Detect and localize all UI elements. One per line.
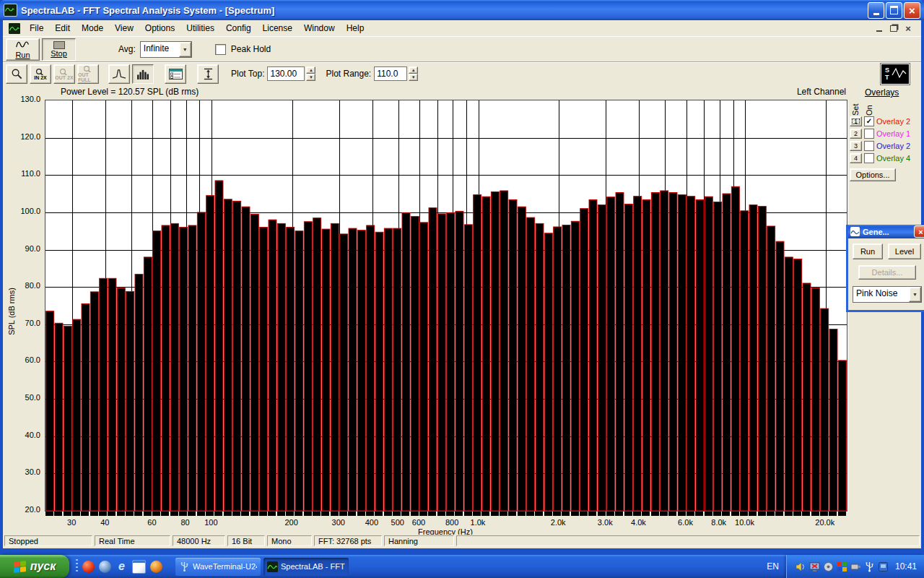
generator-signal-dropdown[interactable]: Pink Noise ▼ bbox=[853, 286, 922, 303]
browser-globe-icon[interactable] bbox=[99, 561, 111, 573]
generator-run-button[interactable]: Run bbox=[853, 243, 883, 259]
internet-explorer-icon[interactable]: e bbox=[116, 561, 128, 573]
line-plot-button[interactable] bbox=[108, 64, 130, 84]
spectrum-bar bbox=[482, 197, 490, 511]
plot-top-spin-up-icon[interactable]: ▲ bbox=[306, 66, 315, 74]
generator-level-button[interactable]: Level bbox=[888, 243, 921, 259]
signal-generator-button[interactable]: ST bbox=[881, 64, 910, 85]
spectrum-bar bbox=[90, 292, 98, 511]
run-button-label: Run bbox=[15, 51, 30, 59]
usb-icon[interactable] bbox=[864, 561, 875, 572]
menu-item-help[interactable]: Help bbox=[341, 21, 370, 35]
scale-range-button[interactable] bbox=[197, 64, 219, 84]
taskbar-clock[interactable]: 10:41 bbox=[895, 561, 917, 571]
plot-top-spinner[interactable]: ▲▼ bbox=[306, 66, 315, 81]
magnifier-icon bbox=[11, 68, 23, 80]
language-indicator[interactable]: EN bbox=[759, 561, 786, 571]
zoom-select-button[interactable] bbox=[6, 64, 27, 84]
spectrum-bar bbox=[215, 181, 223, 511]
overlay-set-button-4[interactable]: 4 bbox=[850, 153, 862, 163]
maximize-button[interactable] bbox=[886, 2, 902, 19]
waveterminal-task-button[interactable]: WaveTerminal-U24 P... bbox=[175, 558, 261, 576]
outlook-icon[interactable] bbox=[132, 560, 146, 574]
status-field-4: 16 Bit bbox=[227, 535, 265, 546]
stop-button[interactable]: Stop bbox=[42, 38, 76, 61]
start-button[interactable]: пуск bbox=[0, 555, 69, 578]
plot-range-spin-down-icon[interactable]: ▼ bbox=[409, 74, 418, 81]
overlay-on-checkbox-2[interactable] bbox=[864, 129, 874, 139]
status-field-7: Hanning bbox=[384, 535, 454, 546]
generator-st-icon: ST bbox=[883, 65, 907, 82]
spectrum-bar bbox=[100, 278, 108, 511]
peak-hold-checkbox[interactable] bbox=[215, 44, 226, 55]
menu-item-config[interactable]: Config bbox=[220, 21, 257, 35]
overlay-set-button-1[interactable]: 1 bbox=[850, 116, 862, 126]
spectrum-bar bbox=[367, 225, 375, 511]
power-level-readout: Power Level = 120.57 SPL (dB rms) bbox=[61, 87, 199, 97]
task-button-label: WaveTerminal-U24 P... bbox=[193, 562, 257, 571]
spectrum-bar bbox=[714, 202, 722, 512]
quick-launch-handle[interactable] bbox=[76, 559, 78, 574]
menu-item-window[interactable]: Window bbox=[298, 21, 341, 35]
overlay-set-button-2[interactable]: 2 bbox=[850, 129, 862, 139]
overlay-on-checkbox-4[interactable] bbox=[864, 153, 874, 163]
spectrum-bar bbox=[162, 225, 170, 511]
spectrum-bar bbox=[767, 226, 775, 511]
plot-top-spin-down-icon[interactable]: ▼ bbox=[306, 74, 315, 81]
menu-item-mode[interactable]: Mode bbox=[76, 21, 109, 35]
mdi-restore-button[interactable] bbox=[888, 23, 899, 33]
y-tick-label: 100.0 bbox=[9, 207, 40, 215]
media-player-icon[interactable] bbox=[150, 561, 162, 573]
status-bar: StoppedReal Time48000 Hz16 BitMonoFFT: 3… bbox=[3, 535, 921, 548]
avg-dropdown-arrow-icon[interactable]: ▼ bbox=[179, 42, 191, 57]
spectralab-task-button[interactable]: SpectraLAB - FFT Spe... bbox=[263, 558, 349, 576]
x-tick-label: 20.0k bbox=[815, 518, 834, 527]
spectrum-bar bbox=[794, 259, 802, 512]
overlay-set-button-3[interactable]: 3 bbox=[850, 141, 862, 151]
overlay-on-checkbox-3[interactable] bbox=[864, 141, 874, 151]
zoom-in-2x-button[interactable]: IN 2X bbox=[30, 64, 51, 84]
display-error-icon[interactable] bbox=[809, 561, 820, 572]
plot-range-input[interactable] bbox=[374, 66, 407, 81]
close-button[interactable]: × bbox=[904, 2, 920, 19]
minimize-button[interactable] bbox=[868, 2, 884, 19]
overlays-options-button[interactable]: Options... bbox=[850, 168, 896, 181]
volume-icon[interactable] bbox=[796, 561, 806, 572]
spectrum-bar bbox=[785, 257, 793, 511]
mdi-close-button[interactable]: × bbox=[902, 23, 914, 33]
menu-item-utilities[interactable]: Utilities bbox=[180, 21, 220, 35]
menu-item-license[interactable]: License bbox=[257, 21, 298, 35]
spectrum-bar bbox=[429, 208, 437, 511]
opera-icon[interactable] bbox=[82, 561, 95, 573]
spectrum-bar bbox=[349, 228, 357, 511]
menu-item-options[interactable]: Options bbox=[139, 21, 180, 35]
overlay-on-checkbox-1[interactable]: ✓ bbox=[864, 116, 874, 126]
y-tick-label: 120.0 bbox=[9, 132, 40, 141]
spectrum-bar bbox=[420, 223, 428, 511]
y-tick-label: 60.0 bbox=[9, 355, 40, 364]
bar-plot-button[interactable] bbox=[132, 64, 154, 84]
network-icon[interactable] bbox=[878, 561, 889, 572]
spectrum-plot[interactable] bbox=[45, 100, 847, 512]
mdi-minimize-button[interactable] bbox=[873, 23, 885, 33]
display-options-button[interactable] bbox=[165, 64, 186, 84]
run-button[interactable]: Run bbox=[6, 38, 40, 61]
plot-range-spin-up-icon[interactable]: ▲ bbox=[409, 66, 418, 74]
cd-player-icon[interactable] bbox=[823, 561, 834, 572]
menu-item-view[interactable]: View bbox=[109, 21, 139, 35]
plot-range-spinner[interactable]: ▲▼ bbox=[409, 66, 418, 81]
svg-text:T: T bbox=[885, 74, 889, 81]
spectrum-bar bbox=[384, 228, 392, 511]
msn-flag-icon[interactable] bbox=[837, 561, 847, 572]
generator-title-bar[interactable]: Gene... × bbox=[848, 225, 924, 238]
generator-close-button[interactable]: × bbox=[914, 225, 924, 238]
spectrum-bar bbox=[153, 231, 161, 511]
avg-dropdown[interactable]: Infinite ▼ bbox=[140, 41, 192, 58]
removable-device-icon[interactable] bbox=[850, 561, 861, 572]
plot-top-input[interactable] bbox=[267, 66, 305, 81]
menu-item-edit[interactable]: Edit bbox=[49, 21, 76, 35]
spectrum-bar bbox=[197, 212, 205, 511]
generator-dropdown-arrow-icon[interactable]: ▼ bbox=[909, 287, 921, 302]
menu-item-file[interactable]: File bbox=[24, 21, 49, 35]
zoom-in-icon bbox=[35, 68, 45, 75]
